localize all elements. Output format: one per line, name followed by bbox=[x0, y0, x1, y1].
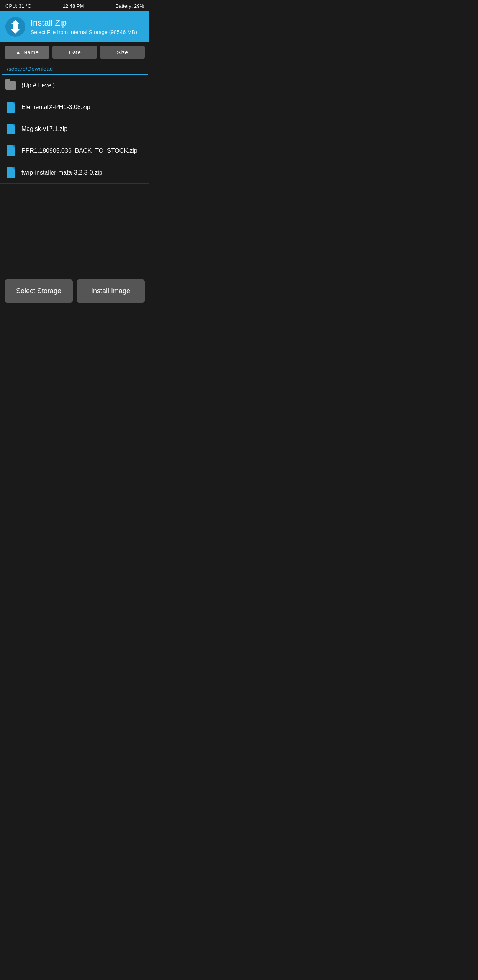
file-name: twrp-installer-mata-3.2.3-0.zip bbox=[21, 169, 103, 176]
list-item[interactable]: Magisk-v17.1.zip bbox=[0, 118, 149, 140]
sort-name-label: Name bbox=[23, 49, 39, 56]
file-list: (Up A Level) ElementalX-PH1-3.08.zip Mag… bbox=[0, 75, 149, 274]
zip-file-icon bbox=[5, 167, 16, 178]
zip-file-icon bbox=[5, 102, 16, 113]
cpu-status: CPU: 31 °C bbox=[5, 3, 31, 9]
sort-size-label: Size bbox=[117, 49, 128, 56]
list-item[interactable]: twrp-installer-mata-3.2.3-0.zip bbox=[0, 162, 149, 184]
main-content: ▲ Name Date Size /sdcard/Download (Up A … bbox=[0, 42, 149, 306]
twrp-icon bbox=[5, 17, 25, 37]
list-item[interactable]: PPR1.180905.036_BACK_TO_STOCK.zip bbox=[0, 140, 149, 162]
sort-arrow-icon: ▲ bbox=[15, 49, 21, 56]
time-status: 12:48 PM bbox=[63, 3, 84, 9]
zip-file-icon bbox=[5, 124, 16, 134]
sort-by-date-button[interactable]: Date bbox=[52, 46, 97, 59]
file-name: ElementalX-PH1-3.08.zip bbox=[21, 104, 90, 111]
file-name: Magisk-v17.1.zip bbox=[21, 126, 67, 132]
header-title: Install Zip bbox=[31, 18, 137, 28]
folder-icon bbox=[5, 80, 16, 91]
header: Install Zip Select File from Internal St… bbox=[0, 11, 149, 42]
breadcrumb-path: /sdcard/Download bbox=[7, 65, 53, 72]
sort-by-size-button[interactable]: Size bbox=[100, 46, 145, 59]
status-bar: CPU: 31 °C 12:48 PM Battery: 29% bbox=[0, 0, 149, 11]
zip-file-icon bbox=[5, 145, 16, 156]
header-text: Install Zip Select File from Internal St… bbox=[31, 18, 137, 36]
breadcrumb: /sdcard/Download bbox=[2, 62, 148, 75]
bottom-buttons: Select Storage Install Image bbox=[0, 274, 149, 306]
battery-status: Battery: 29% bbox=[116, 3, 144, 9]
file-name: PPR1.180905.036_BACK_TO_STOCK.zip bbox=[21, 147, 138, 154]
list-item[interactable]: ElementalX-PH1-3.08.zip bbox=[0, 96, 149, 118]
sort-by-name-button[interactable]: ▲ Name bbox=[5, 46, 49, 59]
list-item[interactable]: (Up A Level) bbox=[0, 75, 149, 96]
file-name: (Up A Level) bbox=[21, 82, 55, 89]
select-storage-button[interactable]: Select Storage bbox=[5, 279, 73, 303]
header-subtitle: Select File from Internal Storage (98546… bbox=[31, 29, 137, 36]
sort-bar: ▲ Name Date Size bbox=[0, 42, 149, 62]
install-image-button[interactable]: Install Image bbox=[77, 279, 145, 303]
sort-date-label: Date bbox=[69, 49, 81, 56]
